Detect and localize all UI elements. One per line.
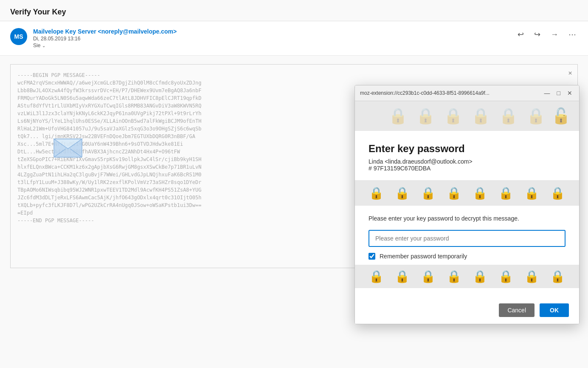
ext-window: moz-extension://cc293b1c-c0dd-4633-8f51-… — [354, 85, 580, 324]
main-container: Verify Your Key MS Mailvelope Key Server… — [0, 0, 588, 368]
decor-bottom-lock-8: 🔒 — [550, 269, 565, 283]
decor-bottom-lock-3: 🔒 — [421, 269, 436, 283]
lock-bg-icon-5: 🔒 — [499, 107, 518, 125]
ext-dialog: Enter key password Linda <linda.draeusdo… — [355, 131, 579, 297]
ext-window-controls: — □ ✕ — [543, 89, 574, 97]
lock-bg-icon-4: 🔒 — [471, 107, 490, 125]
ext-bg-decor: 🔒 🔒 🔒 🔒 🔒 🔒 🔓 — [355, 101, 579, 131]
restore-button[interactable]: □ — [555, 89, 562, 97]
modal-overlay: moz-extension://cc293b1c-c0dd-4633-8f51-… — [0, 0, 588, 368]
lock-bg-icon-3: 🔒 — [444, 107, 463, 125]
lock-bg-icon-1: 🔒 — [388, 107, 408, 125]
dialog-description: Please enter your key password to decryp… — [369, 214, 565, 223]
decor-band-lock-3: 🔒 — [421, 186, 436, 200]
decor-band-middle: 🔒 🔒 🔒 🔒 🔒 🔒 🔒 🔒 — [355, 180, 579, 206]
remember-checkbox[interactable] — [369, 253, 375, 260]
decor-band-lock-1: 🔒 — [369, 186, 384, 200]
lock-bg-icon-2: 🔒 — [416, 107, 435, 125]
decor-bottom-lock-1: 🔒 — [369, 269, 384, 283]
cancel-button[interactable]: Cancel — [499, 303, 535, 317]
dialog-recipient: Linda <linda.draeusdorf@outlook.com> — [369, 158, 565, 165]
decor-band-lock-5: 🔒 — [473, 186, 487, 200]
decor-band-lock-6: 🔒 — [498, 186, 513, 200]
decor-band-lock-4: 🔒 — [447, 186, 461, 200]
decor-band-lock-7: 🔒 — [524, 186, 539, 200]
dialog-key-id: # 97F13159C670EDBA — [369, 165, 565, 172]
remember-row: Remember password temporarily — [369, 253, 565, 260]
decor-locks: 🔒 🔒 🔒 🔒 🔒 🔒 — [388, 107, 546, 125]
decor-bottom-lock-7: 🔒 — [524, 269, 539, 283]
decor-band-lock-8: 🔒 — [550, 186, 565, 200]
ext-url: moz-extension://cc293b1c-c0dd-4633-8f51-… — [360, 90, 543, 96]
lock-active-icon: 🔓 — [551, 107, 571, 125]
decor-bottom-lock-4: 🔒 — [447, 269, 461, 283]
dialog-title: Enter key password — [369, 143, 565, 155]
password-input[interactable] — [369, 230, 565, 247]
lock-bg-icon-6: 🔒 — [526, 107, 546, 125]
close-icon: ✕ — [567, 90, 572, 96]
ext-content: 🔒 🔒 🔒 🔒 🔒 🔒 🔓 Enter key password Linda <… — [355, 101, 579, 324]
decor-bottom-lock-6: 🔒 — [498, 269, 513, 283]
minimize-icon: — — [544, 90, 550, 96]
ok-button[interactable]: OK — [540, 303, 569, 317]
decor-band-bottom: 🔒 🔒 🔒 🔒 🔒 🔒 🔒 🔒 — [355, 265, 579, 288]
minimize-button[interactable]: — — [543, 89, 552, 97]
remember-label: Remember password temporarily — [380, 253, 467, 260]
decor-bottom-lock-5: 🔒 — [473, 269, 487, 283]
ext-footer: Cancel OK — [355, 297, 579, 324]
decor-bottom-lock-2: 🔒 — [395, 269, 410, 283]
decor-band-lock-2: 🔒 — [395, 186, 410, 200]
close-button[interactable]: ✕ — [565, 89, 574, 97]
ext-titlebar: moz-extension://cc293b1c-c0dd-4633-8f51-… — [355, 85, 579, 101]
restore-icon: □ — [557, 90, 560, 96]
